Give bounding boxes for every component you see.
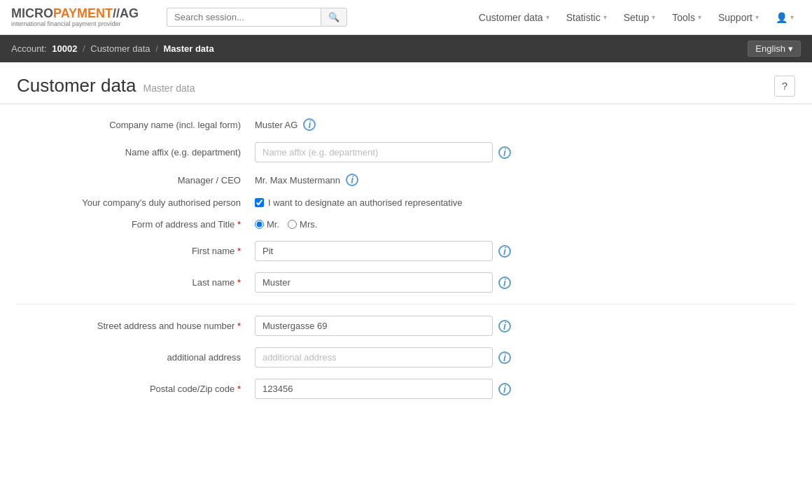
info-icon-additional-address[interactable]: i xyxy=(498,351,511,364)
info-icon-first-name[interactable]: i xyxy=(498,245,511,258)
breadcrumb-bar: Account: 10002 / Customer data / Master … xyxy=(0,35,812,62)
label-manager: Manager / CEO xyxy=(17,175,255,186)
radio-mr: Mr. xyxy=(255,219,279,230)
form-row-postal-code: Postal code/Zip code * i xyxy=(17,379,795,399)
value-manager: Mr. Max Mustermann i xyxy=(255,174,795,186)
breadcrumb-current: Master data xyxy=(163,43,214,54)
account-id: 10002 xyxy=(52,43,77,54)
label-last-name: Last name * xyxy=(17,277,255,288)
info-icon-company-name[interactable]: i xyxy=(303,118,316,131)
nav-item-user[interactable]: 👤 ▾ xyxy=(769,8,801,27)
form-row-street: Street address and house number * i xyxy=(17,316,795,336)
logo-ag: AG xyxy=(120,6,139,20)
form-row-name-affix: Name affix (e.g. department) i xyxy=(17,142,795,162)
search-input[interactable] xyxy=(167,8,321,27)
nav-item-tools[interactable]: Tools ▾ xyxy=(665,8,708,27)
authorised-checkbox[interactable] xyxy=(255,198,264,207)
language-label: English xyxy=(755,43,785,54)
authorised-checkbox-area: I want to designate an authorised repres… xyxy=(255,197,463,208)
required-marker-firstname: * xyxy=(237,246,241,256)
page-title: Customer data xyxy=(17,75,136,97)
radio-mrs-input[interactable] xyxy=(288,220,297,229)
form-row-first-name: First name * i xyxy=(17,241,795,261)
value-additional-address: i xyxy=(255,347,795,368)
name-affix-input[interactable] xyxy=(255,142,493,162)
page-subtitle: Master data xyxy=(144,83,195,94)
value-company-name: Muster AG i xyxy=(255,118,795,131)
label-postal-code: Postal code/Zip code * xyxy=(17,384,255,394)
value-first-name: i xyxy=(255,241,795,261)
nav-item-customer-data[interactable]: Customer data ▾ xyxy=(472,8,556,27)
form-row-authorised: Your company's duly authorised person I … xyxy=(17,197,795,208)
required-marker-lastname: * xyxy=(237,277,241,288)
info-icon-last-name[interactable]: i xyxy=(498,276,511,289)
label-street: Street address and house number * xyxy=(17,321,255,331)
form-row-last-name: Last name * i xyxy=(17,272,795,293)
logo-payment: PAYMENT xyxy=(53,6,113,20)
postal-code-input[interactable] xyxy=(255,379,493,399)
required-marker-postal: * xyxy=(237,384,241,394)
breadcrumb-sep-2: / xyxy=(155,43,158,54)
label-authorised: Your company's duly authorised person xyxy=(17,197,255,208)
breadcrumb: Account: 10002 / Customer data / Master … xyxy=(11,43,214,54)
label-first-name: First name * xyxy=(17,246,255,256)
page-header: Customer data Master data ? xyxy=(0,62,812,104)
radio-mr-input[interactable] xyxy=(255,220,264,229)
label-address-title: Form of address and Title * xyxy=(17,219,255,230)
radio-mrs: Mrs. xyxy=(288,219,317,230)
radio-mr-label: Mr. xyxy=(267,219,279,230)
value-postal-code: i xyxy=(255,379,795,399)
label-name-affix: Name affix (e.g. department) xyxy=(17,147,255,158)
search-button[interactable]: 🔍 xyxy=(321,8,347,27)
logo-slash: // xyxy=(113,6,120,20)
help-button[interactable]: ? xyxy=(774,76,795,97)
logo-tagline: international financial payment provider xyxy=(11,20,139,27)
value-address-title: Mr. Mrs. xyxy=(255,219,795,230)
nav-item-support[interactable]: Support ▾ xyxy=(711,8,766,27)
first-name-input[interactable] xyxy=(255,241,493,261)
info-icon-name-affix[interactable]: i xyxy=(498,146,511,159)
logo: MICROPAYMENT//AG international financial… xyxy=(11,7,139,28)
logo-micro: MICRO xyxy=(11,6,53,20)
required-marker: * xyxy=(237,219,241,230)
form-row-company-name: Company name (incl. legal form) Muster A… xyxy=(17,118,795,131)
form-row-manager: Manager / CEO Mr. Max Mustermann i xyxy=(17,174,795,186)
form-container: Company name (incl. legal form) Muster A… xyxy=(0,118,812,399)
info-icon-manager[interactable]: i xyxy=(346,174,358,186)
chevron-down-icon: ▾ xyxy=(546,13,550,21)
breadcrumb-customer-data[interactable]: Customer data xyxy=(90,43,150,54)
nav-links: Customer data ▾ Statistic ▾ Setup ▾ Tool… xyxy=(472,8,801,27)
value-name-affix: i xyxy=(255,142,795,162)
chevron-down-icon: ▾ xyxy=(603,13,607,21)
language-button[interactable]: English ▾ xyxy=(748,41,801,57)
label-additional-address: additional address xyxy=(17,352,255,363)
user-icon: 👤 xyxy=(776,12,788,23)
manager-value: Mr. Max Mustermann xyxy=(255,175,340,186)
chevron-down-icon: ▾ xyxy=(755,13,759,21)
radio-area-title: Mr. Mrs. xyxy=(255,219,317,230)
navbar: MICROPAYMENT//AG international financial… xyxy=(0,0,812,35)
info-icon-postal-code[interactable]: i xyxy=(498,383,511,396)
page-title-area: Customer data Master data xyxy=(17,75,195,97)
last-name-input[interactable] xyxy=(255,272,493,293)
nav-item-statistic[interactable]: Statistic ▾ xyxy=(559,8,614,27)
info-icon-street[interactable]: i xyxy=(498,320,511,332)
radio-mrs-label: Mrs. xyxy=(300,219,317,230)
authorised-checkbox-label: I want to designate an authorised repres… xyxy=(268,197,463,208)
nav-item-setup[interactable]: Setup ▾ xyxy=(617,8,663,27)
section-divider xyxy=(17,304,795,304)
breadcrumb-sep-1: / xyxy=(83,43,85,54)
chevron-down-icon: ▾ xyxy=(788,43,793,54)
chevron-down-icon: ▾ xyxy=(652,13,655,21)
value-authorised: I want to designate an authorised repres… xyxy=(255,197,795,208)
header-divider xyxy=(0,104,812,104)
street-input[interactable] xyxy=(255,316,493,336)
form-row-additional-address: additional address i xyxy=(17,347,795,368)
value-street: i xyxy=(255,316,795,336)
value-last-name: i xyxy=(255,272,795,293)
account-label: Account: xyxy=(11,43,47,54)
additional-address-input[interactable] xyxy=(255,347,493,368)
form-row-address-title: Form of address and Title * Mr. Mrs. xyxy=(17,219,795,230)
search-box: 🔍 xyxy=(167,8,347,27)
required-marker-street: * xyxy=(237,321,241,331)
